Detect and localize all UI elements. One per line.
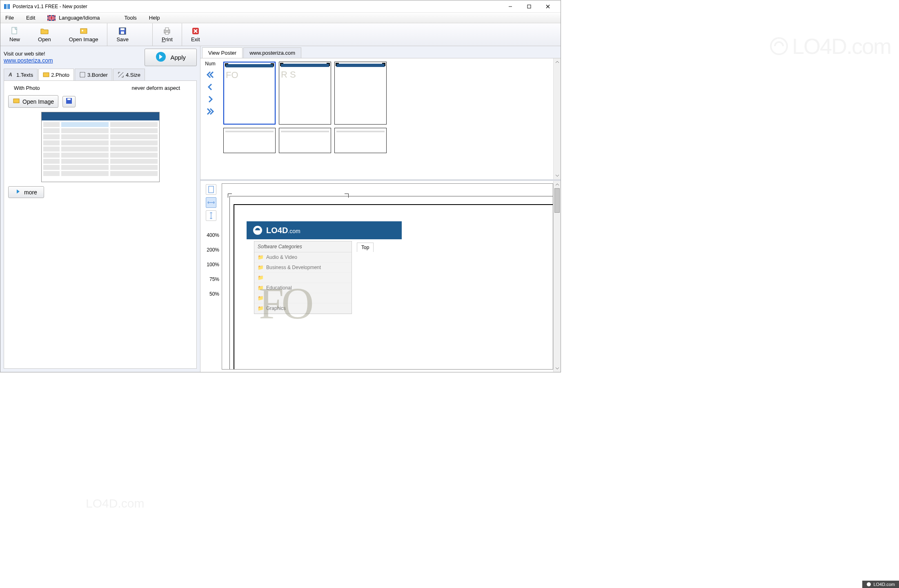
- zoom-strip: 400% 200% 100% 75% 50%: [200, 181, 222, 372]
- scroll-up-icon[interactable]: [554, 181, 561, 188]
- toolbar-print[interactable]: Print: [152, 23, 182, 46]
- thumbnail-4[interactable]: [223, 128, 276, 153]
- thumbnail-3[interactable]: [334, 62, 387, 125]
- more-button[interactable]: more: [8, 186, 44, 198]
- texts-icon: A: [8, 71, 15, 78]
- thumbnail-pane: Num FO R S: [200, 58, 561, 181]
- tab-texts-label: 1.Texts: [16, 72, 33, 78]
- tab-size[interactable]: 4.Size: [113, 69, 145, 80]
- toolbar-save[interactable]: Save: [107, 23, 138, 46]
- open-folder-icon: [40, 27, 49, 36]
- svg-point-28: [867, 582, 871, 586]
- uk-flag-icon: [47, 15, 56, 21]
- tab-border[interactable]: 3.Border: [75, 69, 112, 80]
- maximize-button[interactable]: [520, 0, 539, 13]
- detail-canvas[interactable]: LO4D.com Software Categories 📁 Audio & V…: [222, 183, 553, 370]
- tab-photo[interactable]: 2.Photo: [38, 69, 74, 80]
- size-icon: [118, 71, 124, 78]
- nav-first-icon[interactable]: [206, 71, 214, 79]
- left-tabs: A 1.Texts 2.Photo 3.Border 4.Size: [4, 69, 197, 81]
- tab-website[interactable]: www.posteriza.com: [243, 47, 301, 58]
- cat-header: Software Categories: [254, 241, 352, 252]
- scroll-up-icon[interactable]: [554, 58, 561, 66]
- zoom-200[interactable]: 200%: [203, 247, 219, 253]
- tab-border-label: 3.Border: [87, 72, 108, 78]
- detail-vscrollbar[interactable]: [553, 181, 561, 372]
- print-icon: [162, 27, 171, 36]
- zoom-100[interactable]: 100%: [203, 262, 219, 267]
- svg-rect-0: [4, 4, 6, 9]
- apply-button[interactable]: Apply: [145, 49, 197, 66]
- toolbar-open-label: Open: [38, 36, 51, 42]
- open-image-button[interactable]: Open Image: [8, 95, 58, 108]
- svg-rect-13: [121, 31, 124, 34]
- scroll-down-icon[interactable]: [554, 172, 561, 179]
- menu-file[interactable]: File: [3, 14, 16, 22]
- nav-last-icon[interactable]: [206, 107, 214, 116]
- thumbnail-5[interactable]: [279, 128, 331, 153]
- apply-icon: [156, 51, 166, 63]
- open-image-icon: [79, 27, 88, 36]
- toolbar-open-image[interactable]: Open Image: [60, 23, 107, 46]
- aspect-label: never deform aspect: [131, 85, 180, 91]
- toolbar-exit[interactable]: Exit: [182, 23, 209, 46]
- apply-label: Apply: [170, 54, 186, 61]
- content-area: Visit our web site! www.posteriza.com Ap…: [0, 46, 561, 372]
- tab-view-poster[interactable]: View Poster: [202, 47, 243, 58]
- svg-rect-23: [13, 99, 19, 103]
- zoom-fit-page[interactable]: [206, 184, 216, 195]
- zoom-fit-width[interactable]: [206, 197, 216, 208]
- svg-text:A: A: [8, 72, 12, 78]
- close-button[interactable]: [539, 0, 557, 13]
- menu-tools[interactable]: Tools: [122, 14, 139, 22]
- menu-edit[interactable]: Edit: [24, 14, 38, 22]
- cat-row: 📁 Audio & Video: [254, 252, 352, 263]
- top-tab: Top: [357, 243, 374, 252]
- zoom-fit-height[interactable]: [206, 210, 216, 221]
- thumbnail-2[interactable]: R S: [279, 62, 331, 125]
- save-photo-button[interactable]: [62, 96, 76, 107]
- toolbar-print-label: Print: [162, 36, 173, 42]
- open-image-btn-label: Open Image: [22, 98, 54, 105]
- num-label: Num: [205, 61, 215, 67]
- thumbnail-6[interactable]: [334, 128, 387, 153]
- menu-help[interactable]: Help: [147, 14, 162, 22]
- toolbar-open[interactable]: Open: [29, 23, 60, 46]
- lo4d-header: LO4D.com: [247, 221, 402, 239]
- svg-rect-15: [165, 28, 169, 30]
- nav-next-icon[interactable]: [206, 95, 214, 103]
- svg-rect-16: [165, 32, 169, 34]
- thumb-vscrollbar[interactable]: [553, 58, 561, 179]
- tab-texts[interactable]: A 1.Texts: [4, 69, 38, 80]
- minimize-button[interactable]: [501, 0, 520, 13]
- thumbnail-1[interactable]: FO: [223, 62, 276, 125]
- menu-language[interactable]: Language/Idioma: [45, 14, 102, 22]
- menu-bar: File Edit Language/Idioma Tools Help: [0, 13, 561, 23]
- svg-rect-9: [80, 29, 87, 33]
- cat-row: 📁 Business & Development: [254, 263, 352, 273]
- thumbnail-grid: FO R S: [220, 58, 553, 179]
- scroll-down-icon[interactable]: [554, 365, 561, 372]
- svg-rect-22: [80, 72, 85, 77]
- menu-language-label: Language/Idioma: [59, 15, 100, 21]
- tab-photo-label: 2.Photo: [51, 72, 69, 78]
- zoom-50[interactable]: 50%: [203, 291, 219, 297]
- website-link[interactable]: www.posteriza.com: [4, 57, 53, 64]
- app-icon: [4, 3, 10, 10]
- save-photo-icon: [65, 97, 73, 106]
- open-image-btn-icon: [13, 97, 20, 106]
- zoom-75[interactable]: 75%: [203, 276, 219, 282]
- new-file-icon: [10, 27, 19, 36]
- nav-strip: Num: [200, 58, 220, 179]
- more-arrow-icon: [15, 188, 22, 196]
- border-icon: [79, 71, 86, 78]
- svg-rect-25: [67, 98, 71, 100]
- nav-prev-icon[interactable]: [206, 83, 214, 91]
- svg-rect-26: [209, 186, 214, 193]
- zoom-400[interactable]: 400%: [203, 232, 219, 238]
- right-tabs: View Poster www.posteriza.com: [200, 46, 561, 58]
- detail-pane: 400% 200% 100% 75% 50% LO4D.com: [200, 181, 561, 372]
- window-title: Posteriza v1.1 FREE - New poster: [13, 4, 501, 9]
- visit-label: Visit our web site!: [4, 51, 53, 57]
- toolbar-new[interactable]: New: [0, 23, 29, 46]
